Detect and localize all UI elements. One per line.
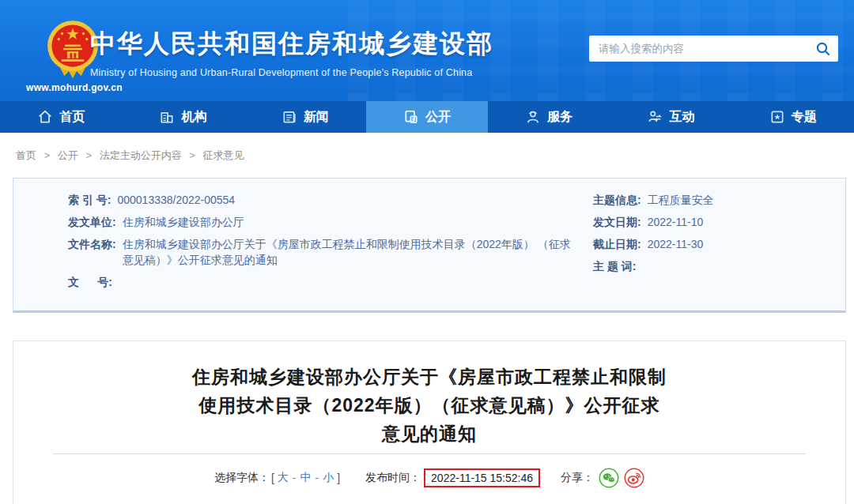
field-value: 000013338/2022-00554 xyxy=(117,192,235,208)
field-value: 工程质量安全 xyxy=(648,192,714,208)
field-label: 主题信息: xyxy=(593,192,641,208)
field-label: 发文单位: xyxy=(68,214,116,230)
breadcrumb-item-statutory[interactable]: 法定主动公开内容 xyxy=(100,149,182,161)
font-selector-label: 选择字体： xyxy=(214,471,270,485)
breadcrumb-item-disclosure[interactable]: 公开 xyxy=(58,149,78,161)
field-deadline-date: 截止日期: 2022-11-30 xyxy=(593,236,845,252)
share-icons xyxy=(599,468,644,488)
article-meta-row: 选择字体： [ 大 - 中 - 小 ] 发布时间： 2022-11-15 15:… xyxy=(13,468,845,488)
publish-time-value: 2022-11-15 15:52:46 xyxy=(431,472,533,484)
article-title-line: 意见的通知 xyxy=(13,419,845,448)
article-title-line: 使用技术目录（2022年版）（征求意见稿）》公开征求 xyxy=(13,391,845,419)
font-selector-dash: - xyxy=(316,472,319,484)
service-icon xyxy=(525,109,541,125)
nav-label: 互动 xyxy=(669,109,694,126)
site-title-block: 中华人民共和国住房和城乡建设部 Ministry of Housing and … xyxy=(90,27,493,78)
publish-time-label: 发布时间： xyxy=(365,471,421,485)
field-issue-date: 发文日期: 2022-11-10 xyxy=(593,214,845,230)
field-label: 主 题 词: xyxy=(593,258,636,274)
share-label: 分享： xyxy=(561,471,594,485)
field-keywords: 主 题 词: xyxy=(593,258,845,274)
wechat-share-icon[interactable] xyxy=(599,468,619,488)
search-icon[interactable] xyxy=(808,36,838,62)
nav-item-org[interactable]: 机构 xyxy=(122,101,244,133)
article-title: 住房和城乡建设部办公厅关于《房屋市政工程禁止和限制 使用技术目录（2022年版）… xyxy=(13,363,845,448)
field-issuing-unit: 发文单位: 住房和城乡建设部办公厅 xyxy=(68,214,593,230)
font-size-large-button[interactable]: 大 xyxy=(278,471,289,485)
main-nav: 首页 机构 新闻 公开 xyxy=(0,101,854,133)
nav-item-service[interactable]: 服务 xyxy=(488,101,610,133)
nav-label: 公开 xyxy=(425,109,451,126)
disclosure-icon xyxy=(403,109,419,125)
field-value: 2022-11-30 xyxy=(648,236,704,252)
font-selector-open-bracket: [ xyxy=(271,472,274,484)
field-document-name: 文件名称: 住房和城乡建设部办公厅关于《房屋市政工程禁止和限制使用技术目录（20… xyxy=(68,236,593,268)
field-value: 住房和城乡建设部办公厅关于《房屋市政工程禁止和限制使用技术目录（2022年版） … xyxy=(123,236,577,268)
font-size-medium-button[interactable]: 中 xyxy=(300,471,312,485)
font-size-selector: 选择字体： [ 大 - 中 - 小 ] xyxy=(214,471,342,485)
field-document-number: 文 号: xyxy=(68,274,593,290)
breadcrumb-separator: > xyxy=(85,149,92,161)
nav-label: 首页 xyxy=(59,109,85,126)
nav-item-topics[interactable]: 专题 xyxy=(732,101,854,133)
nav-label: 机构 xyxy=(181,109,206,126)
field-value: 住房和城乡建设部办公厅 xyxy=(123,214,244,230)
field-label: 文件名称: xyxy=(68,236,116,268)
article-panel: 住房和城乡建设部办公厅关于《房屋市政工程禁止和限制 使用技术目录（2022年版）… xyxy=(13,340,846,504)
field-label: 截止日期: xyxy=(593,236,641,252)
info-right-column: 主题信息: 工程质量安全 发文日期: 2022-11-10 截止日期: 2022… xyxy=(593,192,845,310)
breadcrumb-separator: > xyxy=(189,149,195,161)
search-input[interactable] xyxy=(589,36,808,62)
font-size-small-button[interactable]: 小 xyxy=(323,471,334,485)
nav-label: 新闻 xyxy=(304,109,329,126)
field-subject-info: 主题信息: 工程质量安全 xyxy=(593,192,845,208)
topics-icon xyxy=(769,109,785,125)
nav-label: 专题 xyxy=(792,109,817,126)
breadcrumb: 首页 > 公开 > 法定主动公开内容 > 征求意见 xyxy=(16,149,244,163)
field-label: 发文日期: xyxy=(593,214,641,230)
field-label: 索 引 号: xyxy=(68,192,111,208)
font-selector-close-bracket: ] xyxy=(337,472,340,484)
building-icon xyxy=(159,109,175,125)
nav-item-interaction[interactable]: 互动 xyxy=(610,101,731,133)
document-info-panel: 索 引 号: 000013338/2022-00554 发文单位: 住房和城乡建… xyxy=(13,178,846,313)
field-label: 文 号: xyxy=(68,274,112,290)
nav-item-disclosure[interactable]: 公开 xyxy=(366,101,488,133)
info-left-column: 索 引 号: 000013338/2022-00554 发文单位: 住房和城乡建… xyxy=(68,192,593,310)
site-url: www.mohurd.gov.cn xyxy=(26,82,119,93)
site-header: www.mohurd.gov.cn 中华人民共和国住房和城乡建设部 Minist… xyxy=(0,0,854,101)
article-title-line: 住房和城乡建设部办公厅关于《房屋市政工程禁止和限制 xyxy=(13,363,845,391)
site-title: 中华人民共和国住房和城乡建设部 xyxy=(90,27,493,62)
home-icon xyxy=(37,109,53,125)
field-index-number: 索 引 号: 000013338/2022-00554 xyxy=(68,192,593,208)
breadcrumb-item-home[interactable]: 首页 xyxy=(16,149,36,161)
field-value: 2022-11-10 xyxy=(648,214,704,230)
nav-item-news[interactable]: 新闻 xyxy=(244,101,366,133)
font-selector-dash: - xyxy=(293,472,297,484)
weibo-share-icon[interactable] xyxy=(624,468,644,488)
title-divider xyxy=(53,453,806,454)
news-icon xyxy=(282,109,297,125)
breadcrumb-separator: > xyxy=(44,149,51,161)
site-subtitle: Ministry of Housing and Urban-Rural Deve… xyxy=(90,67,493,78)
page-root: www.mohurd.gov.cn 中华人民共和国住房和城乡建设部 Minist… xyxy=(0,0,854,504)
interaction-icon xyxy=(647,109,663,125)
nav-label: 服务 xyxy=(547,109,572,126)
breadcrumb-item-current: 征求意见 xyxy=(203,149,244,161)
nav-item-home[interactable]: 首页 xyxy=(0,101,122,133)
publish-time-annotation-box: 2022-11-15 15:52:46 xyxy=(424,468,540,487)
search-box[interactable] xyxy=(589,36,838,62)
